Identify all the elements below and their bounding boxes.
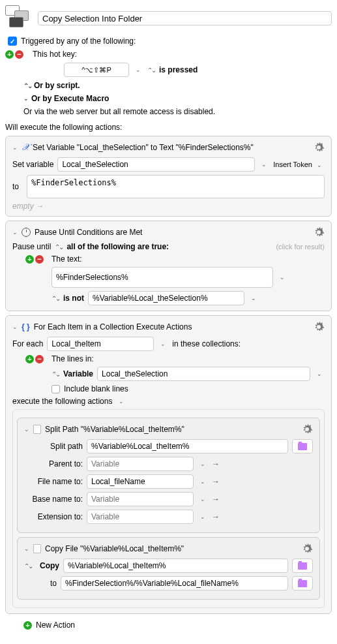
trigger-label: Triggered by any of the following: <box>21 37 136 46</box>
remove-condition-icon[interactable]: − <box>35 255 44 264</box>
condition-type-label: The text: <box>51 254 82 264</box>
remove-trigger-icon[interactable]: − <box>15 50 23 59</box>
condition-operator[interactable]: is not <box>63 294 84 303</box>
chevron-down-icon[interactable]: ⌄ <box>23 95 29 102</box>
folder-picker-button[interactable] <box>292 439 313 453</box>
condition-text-input[interactable]: %FinderSelections% <box>51 267 273 288</box>
insert-token-button[interactable]: Insert Token ⌄ <box>273 161 325 168</box>
arrow-right-icon: → <box>212 477 220 486</box>
updown-icon[interactable]: ⌃⌄ <box>24 562 32 570</box>
gear-icon[interactable] <box>313 321 325 333</box>
copy-source-input[interactable] <box>63 559 288 573</box>
include-blank-checkbox[interactable] <box>51 385 60 393</box>
extension-variable-input[interactable] <box>87 510 194 524</box>
arrow-right-icon: → <box>212 495 220 504</box>
copy-dest-input[interactable] <box>61 576 288 590</box>
chevron-down-icon[interactable]: ⌄ <box>12 144 18 151</box>
action-title: Copy File "%Variable%Local_theItem%" <box>45 544 184 553</box>
chevron-down-icon[interactable]: ⌄ <box>198 496 208 502</box>
add-action-icon[interactable]: + <box>23 621 32 630</box>
chevron-down-icon[interactable]: ⌄ <box>12 324 18 330</box>
execute-actions-label: execute the following actions <box>12 397 112 406</box>
script-trigger-label: Or by script. <box>34 81 80 90</box>
add-trigger-icon[interactable]: + <box>5 50 14 59</box>
clock-icon <box>22 228 31 237</box>
folder-icon <box>298 443 307 450</box>
new-action-label[interactable]: New Action <box>36 621 75 630</box>
folder-icon <box>298 562 307 570</box>
hotkey-label: This hot key: <box>33 50 77 59</box>
chevron-down-icon[interactable]: ⌄ <box>259 161 269 168</box>
updown-icon[interactable]: ⌃⌄ <box>51 295 59 302</box>
updown-icon[interactable]: ⌃⌄ <box>147 67 155 74</box>
condition-mode[interactable]: all of the following are true: <box>66 242 169 251</box>
gear-icon[interactable] <box>301 543 313 555</box>
parent-to-label: Parent to: <box>24 459 83 468</box>
basename-variable-input[interactable] <box>87 492 194 506</box>
split-path-input[interactable] <box>87 439 288 453</box>
parent-variable-input[interactable] <box>87 457 194 471</box>
hotkey-options-icon[interactable]: ⌄ <box>133 67 143 73</box>
collections-label: in these collections: <box>172 339 241 348</box>
chevron-down-icon[interactable]: ⌄ <box>198 461 208 467</box>
updown-icon[interactable]: ⌃⌄ <box>55 243 63 251</box>
updown-icon[interactable]: ⌃⌄ <box>23 82 31 89</box>
remove-collection-icon[interactable]: − <box>35 355 44 363</box>
pause-until-label: Pause until <box>12 242 51 251</box>
folder-picker-button[interactable] <box>292 576 313 590</box>
chevron-down-icon[interactable]: ⌄ <box>12 229 18 236</box>
add-condition-icon[interactable]: + <box>25 255 34 264</box>
lines-in-label: The lines in: <box>51 354 94 363</box>
arrow-right-icon: → <box>212 512 220 521</box>
source-variable-input[interactable] <box>97 367 310 381</box>
condition-compare-input[interactable] <box>88 291 244 305</box>
folder-picker-button[interactable] <box>292 559 313 573</box>
updown-icon[interactable]: ⌃⌄ <box>51 371 59 378</box>
variable-name-input[interactable] <box>57 157 255 172</box>
chevron-down-icon[interactable]: ⌄ <box>198 478 208 485</box>
basename-to-label: Base name to: <box>24 495 83 504</box>
to-label: to <box>12 182 23 191</box>
gear-icon[interactable] <box>301 423 313 435</box>
action-copy-file: ⌄ Copy File "%Variable%Local_theItem%" ⌃… <box>17 537 320 600</box>
item-variable-input[interactable] <box>47 337 154 351</box>
split-path-label: Split path <box>24 442 83 451</box>
macro-title-input[interactable] <box>38 11 332 25</box>
action-title: Split Path "%Variable%Local_theItem%" <box>45 425 184 434</box>
file-icon <box>33 544 41 553</box>
pressed-label: is pressed <box>159 65 198 74</box>
chevron-down-icon[interactable]: ⌄ <box>116 398 126 405</box>
trigger-enabled-checkbox[interactable] <box>8 37 17 46</box>
variable-value-input[interactable]: %FinderSelections% <box>27 175 325 198</box>
copy-to-label: to <box>24 579 57 588</box>
chevron-down-icon[interactable]: ⌄ <box>24 545 29 552</box>
chevron-down-icon[interactable]: ⌄ <box>24 426 29 433</box>
action-set-variable: ⌄ 𝒳 Set Variable "Local_theSelection" to… <box>5 136 332 217</box>
copy-label[interactable]: Copy <box>36 561 59 570</box>
add-collection-icon[interactable]: + <box>25 355 34 363</box>
action-title: Pause Until Conditions are Met <box>35 228 142 237</box>
file-icon <box>33 425 41 434</box>
action-for-each: ⌄ { } For Each Item in a Collection Exec… <box>5 315 332 614</box>
source-type-label[interactable]: Variable <box>63 369 93 378</box>
gear-icon[interactable] <box>313 226 325 238</box>
include-blank-label: Include blank lines <box>64 384 128 393</box>
arrow-right-icon: → <box>212 459 220 468</box>
filename-to-label: File name to: <box>24 477 83 486</box>
chevron-down-icon[interactable]: ⌄ <box>314 371 325 377</box>
actions-section-label: Will execute the following actions: <box>5 123 332 132</box>
gear-icon[interactable] <box>313 142 325 153</box>
chevron-down-icon[interactable]: ⌄ <box>277 274 287 281</box>
filename-variable-input[interactable] <box>87 474 194 489</box>
chevron-down-icon[interactable]: ⌄ <box>248 295 259 301</box>
chevron-down-icon[interactable]: ⌄ <box>158 341 168 347</box>
action-split-path: ⌄ Split Path "%Variable%Local_theItem%" … <box>17 418 320 533</box>
action-pause-until: ⌄ Pause Until Conditions are Met Pause u… <box>5 221 332 311</box>
hotkey-input[interactable]: ^⌥⇧⌘P <box>64 63 129 77</box>
set-variable-label: Set variable <box>12 160 53 169</box>
variable-icon: 𝒳 <box>22 142 29 153</box>
macro-icon <box>5 5 31 31</box>
click-result-hint[interactable]: (click for result) <box>276 243 325 251</box>
chevron-down-icon[interactable]: ⌄ <box>198 514 208 520</box>
for-each-label: For each <box>12 339 43 348</box>
